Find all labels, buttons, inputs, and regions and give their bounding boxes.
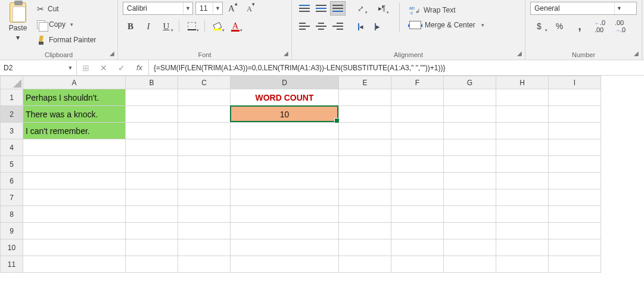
cell-C9[interactable] — [178, 223, 231, 239]
format-painter-button[interactable]: Format Painter — [35, 33, 98, 46]
cell-B8[interactable] — [126, 206, 178, 223]
cell-D11[interactable] — [231, 256, 339, 273]
bold-button[interactable]: B — [123, 19, 138, 33]
cell-G9[interactable] — [444, 223, 496, 239]
cell-B3[interactable] — [126, 123, 178, 139]
cell-C11[interactable] — [178, 256, 231, 273]
cell-I4[interactable] — [549, 139, 601, 156]
wrap-text-button[interactable]: abc↲ Wrap Text — [409, 5, 484, 15]
cell-H9[interactable] — [496, 223, 549, 239]
cell-A11[interactable] — [23, 256, 126, 273]
cell-I6[interactable] — [549, 173, 601, 189]
cell-B9[interactable] — [126, 223, 178, 239]
column-header-H[interactable]: H — [496, 76, 549, 89]
cell-D8[interactable] — [231, 206, 339, 223]
cell-B6[interactable] — [126, 173, 178, 189]
cell-F11[interactable] — [391, 256, 444, 273]
cancel-formula-button[interactable]: ✕ — [95, 63, 113, 73]
cell-F6[interactable] — [391, 173, 444, 189]
row-header-10[interactable]: 10 — [1, 239, 23, 256]
chevron-down-icon[interactable]: ▼ — [614, 2, 624, 14]
cell-I2[interactable] — [549, 106, 601, 123]
cell-A6[interactable] — [23, 173, 126, 189]
cell-I11[interactable] — [549, 256, 601, 273]
cell-I8[interactable] — [549, 206, 601, 223]
cell-C6[interactable] — [178, 173, 231, 189]
cell-D9[interactable] — [231, 223, 339, 239]
text-direction-button[interactable]: ▸¶▾ — [374, 1, 390, 15]
cell-F3[interactable] — [391, 123, 444, 139]
cell-E1[interactable] — [339, 89, 391, 106]
italic-button[interactable]: I — [141, 19, 156, 33]
cell-C7[interactable] — [178, 189, 231, 206]
cell-G7[interactable] — [444, 189, 496, 206]
cell-H5[interactable] — [496, 156, 549, 173]
column-header-A[interactable]: A — [23, 76, 126, 89]
cell-G2[interactable] — [444, 106, 496, 123]
cell-C1[interactable] — [178, 89, 231, 106]
cell-I7[interactable] — [549, 189, 601, 206]
cell-D4[interactable] — [231, 139, 339, 156]
align-bottom-button[interactable] — [330, 1, 346, 15]
cut-button[interactable]: ✂ Cut — [35, 2, 98, 15]
cell-F9[interactable] — [391, 223, 444, 239]
cell-G5[interactable] — [444, 156, 496, 173]
row-header-7[interactable]: 7 — [1, 189, 23, 206]
number-launcher[interactable]: ◢ — [632, 49, 640, 57]
row-header-4[interactable]: 4 — [1, 139, 23, 156]
column-header-E[interactable]: E — [339, 76, 391, 89]
name-box-input[interactable] — [0, 64, 64, 72]
cell-E4[interactable] — [339, 139, 391, 156]
cell-B7[interactable] — [126, 189, 178, 206]
cell-A3[interactable]: I can't remember. — [23, 123, 126, 139]
cell-E6[interactable] — [339, 173, 391, 189]
column-header-I[interactable]: I — [549, 76, 601, 89]
cell-F7[interactable] — [391, 189, 444, 206]
column-header-C[interactable]: C — [178, 76, 231, 89]
cell-C4[interactable] — [178, 139, 231, 156]
row-header-9[interactable]: 9 — [1, 223, 23, 239]
cell-I5[interactable] — [549, 156, 601, 173]
cell-G3[interactable] — [444, 123, 496, 139]
decrease-decimal-button[interactable]: .00→.0 — [611, 19, 629, 33]
cell-F5[interactable] — [391, 156, 444, 173]
cell-G8[interactable] — [444, 206, 496, 223]
cell-I10[interactable] — [549, 239, 601, 256]
cell-C5[interactable] — [178, 156, 231, 173]
cell-D2[interactable]: 10 — [231, 106, 339, 123]
cell-H11[interactable] — [496, 256, 549, 273]
align-middle-button[interactable] — [313, 1, 329, 15]
row-header-2[interactable]: 2 — [1, 106, 23, 123]
cell-B2[interactable] — [126, 106, 178, 123]
merge-center-button[interactable]: Merge & Center ▾ — [409, 21, 484, 29]
cell-G6[interactable] — [444, 173, 496, 189]
cell-D7[interactable] — [231, 189, 339, 206]
percent-button[interactable]: % — [550, 19, 568, 33]
cell-C3[interactable] — [178, 123, 231, 139]
decrease-indent-button[interactable]: ◂ — [353, 19, 368, 33]
align-top-button[interactable] — [297, 1, 312, 15]
font-name-combo[interactable]: ▼ — [123, 2, 193, 15]
underline-button[interactable]: U▾ — [158, 19, 174, 33]
cell-E10[interactable] — [339, 239, 391, 256]
font-name-input[interactable] — [123, 4, 183, 13]
select-all-corner[interactable] — [1, 76, 23, 89]
cell-B10[interactable] — [126, 239, 178, 256]
align-left-button[interactable] — [297, 19, 312, 33]
row-header-3[interactable]: 3 — [1, 123, 23, 139]
alignment-launcher[interactable]: ◢ — [515, 49, 524, 57]
row-header-8[interactable]: 8 — [1, 206, 23, 223]
cell-C10[interactable] — [178, 239, 231, 256]
cell-I3[interactable] — [549, 123, 601, 139]
cell-A8[interactable] — [23, 206, 126, 223]
cell-I1[interactable] — [549, 89, 601, 106]
row-header-5[interactable]: 5 — [1, 156, 23, 173]
cell-E2[interactable] — [339, 106, 391, 123]
font-color-button[interactable]: A▾ — [228, 19, 243, 33]
cell-F10[interactable] — [391, 239, 444, 256]
cell-H3[interactable] — [496, 123, 549, 139]
fill-color-button[interactable]: ▾ — [210, 19, 225, 33]
cell-G4[interactable] — [444, 139, 496, 156]
cell-H2[interactable] — [496, 106, 549, 123]
cell-A9[interactable] — [23, 223, 126, 239]
